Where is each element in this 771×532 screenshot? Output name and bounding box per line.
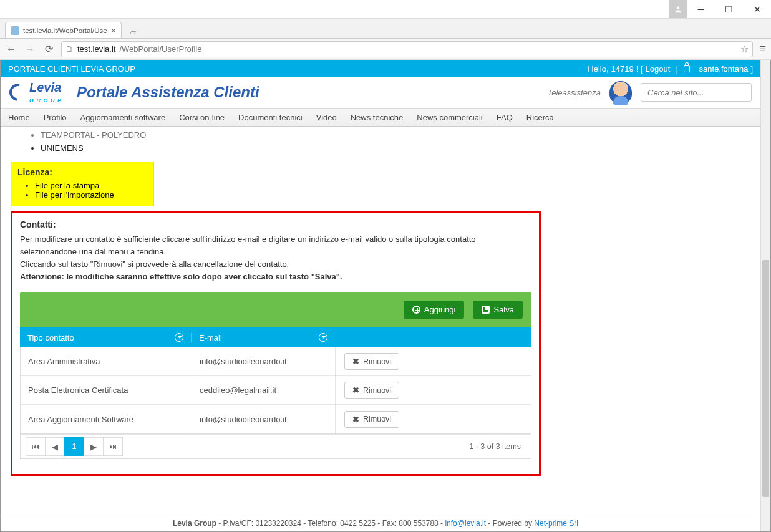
browser-toolbar: ← → ⟳ 🗋 test.levia.it/WebPortal/UserProf… — [0, 39, 771, 60]
window-maximize-button[interactable]: ☐ — [715, 0, 743, 18]
back-button[interactable]: ← — [5, 44, 17, 55]
favicon-icon — [11, 26, 19, 35]
browser-tab-strip: test.levia.it/WebPortal/Use × ▱ — [0, 19, 771, 39]
tab-title: test.levia.it/WebPortal/Use — [23, 27, 107, 34]
new-tab-button[interactable]: ▱ — [125, 26, 140, 38]
close-tab-icon[interactable]: × — [111, 26, 116, 36]
windows-user-icon — [669, 0, 687, 18]
forward-button[interactable]: → — [24, 44, 36, 55]
reload-button[interactable]: ⟳ — [42, 43, 55, 55]
page-icon: 🗋 — [65, 44, 74, 54]
window-minimize-button[interactable]: ─ — [687, 0, 715, 18]
window-close-button[interactable]: ✕ — [743, 0, 771, 18]
address-bar[interactable]: 🗋 test.levia.it/WebPortal/UserProfile ☆ — [61, 41, 753, 57]
bookmark-star-icon[interactable]: ☆ — [740, 44, 749, 55]
browser-tab[interactable]: test.levia.it/WebPortal/Use × — [5, 22, 122, 38]
url-host: test.levia.it — [77, 44, 115, 54]
svg-point-0 — [677, 6, 680, 9]
url-path: /WebPortal/UserProfile — [119, 44, 201, 54]
browser-menu-icon[interactable]: ≡ — [759, 42, 766, 56]
window-titlebar: ─ ☐ ✕ — [0, 0, 771, 19]
